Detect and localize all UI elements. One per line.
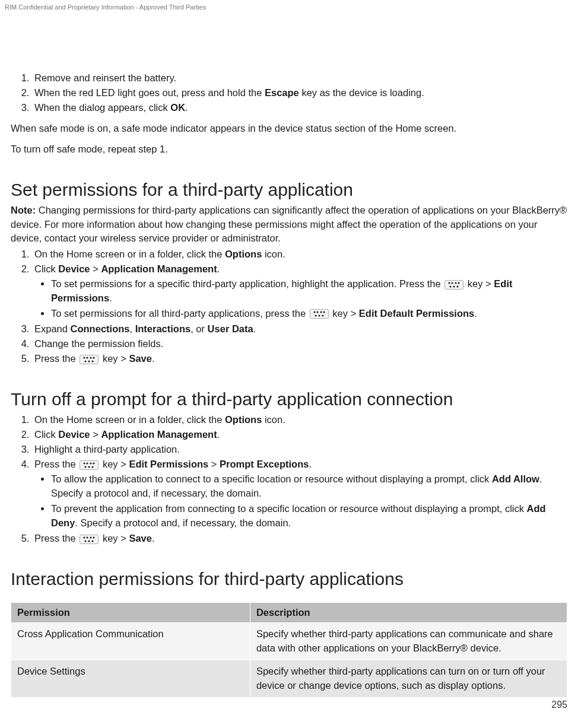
- step-text: .: [474, 308, 477, 319]
- step-text: On the Home screen or in a folder, click…: [34, 249, 225, 259]
- list-item: When the dialog appears, click OK.: [32, 101, 567, 115]
- list-item: Expand Connections, Interactions, or Use…: [32, 322, 567, 336]
- list-item: Press the key > Save.: [32, 532, 567, 545]
- svg-point-2: [455, 282, 457, 284]
- key-name: Escape: [265, 87, 299, 98]
- step-text: To prevent the application from connecti…: [51, 503, 527, 514]
- step-text: Click: [34, 263, 58, 274]
- step-text: key >: [100, 353, 129, 364]
- menu-item: Device: [58, 263, 90, 274]
- svg-point-32: [85, 540, 87, 542]
- svg-point-34: [92, 540, 94, 542]
- step-text: .: [253, 323, 256, 334]
- sep: ,: [129, 323, 135, 334]
- set-permissions-steps: On the Home screen or in a folder, click…: [11, 247, 567, 365]
- menu-item: Edit Permissions: [129, 459, 208, 469]
- step-text: key >: [465, 278, 494, 289]
- section-heading-interaction-permissions: Interaction permissions for third-party …: [11, 569, 567, 589]
- button-label: OK: [170, 102, 185, 113]
- svg-point-11: [315, 315, 316, 317]
- step-text: .: [152, 353, 155, 364]
- svg-point-13: [322, 315, 323, 317]
- svg-point-6: [457, 285, 459, 287]
- turn-off-prompt-steps: On the Home screen or in a folder, click…: [11, 413, 567, 545]
- section-heading-turn-off-prompt: Turn off a prompt for a third-party appl…: [11, 389, 567, 409]
- menu-item: Add Allow: [492, 473, 539, 484]
- menu-item: Prompt Exceptions: [220, 459, 309, 469]
- step-text: .: [217, 263, 220, 274]
- step-text: key >: [330, 308, 359, 319]
- section-heading-set-permissions: Set permissions for a third-party applic…: [11, 180, 567, 200]
- list-item: Highlight a third-party application.: [32, 443, 567, 456]
- svg-point-4: [450, 285, 452, 287]
- svg-point-30: [90, 536, 92, 538]
- step-text: Click: [34, 429, 58, 440]
- sep: >: [208, 459, 220, 469]
- permissions-table: Permission Description Cross Application…: [11, 602, 567, 698]
- step-text: icon.: [262, 249, 285, 259]
- note-block: Note: Changing permissions for third-par…: [11, 204, 567, 244]
- svg-point-10: [323, 311, 325, 313]
- step-text: To allow the application to connect to a…: [51, 473, 492, 484]
- svg-point-26: [88, 466, 90, 468]
- step-text: key >: [100, 459, 129, 469]
- permission-description: Specify whether third-party applications…: [250, 623, 567, 660]
- svg-point-14: [84, 357, 85, 358]
- icon-name: Options: [225, 414, 262, 425]
- step-text: Press the: [34, 353, 78, 364]
- step-text: icon.: [262, 414, 285, 425]
- menu-item: Save: [129, 353, 152, 364]
- list-item: To allow the application to connect to a…: [51, 472, 567, 501]
- step-text: To set permissions for all third-party a…: [51, 308, 309, 319]
- sublist: To set permissions for a specific third-…: [34, 277, 567, 321]
- step-text: .: [309, 459, 312, 469]
- table-row: Device Settings Specify whether third-pa…: [11, 660, 567, 697]
- svg-point-28: [84, 536, 85, 538]
- svg-point-31: [93, 536, 95, 538]
- safe-mode-steps: Remove and reinsert the battery. When th…: [11, 71, 567, 115]
- list-item: Press the key > Edit Permissions > Promp…: [32, 457, 567, 530]
- step-text: Change the permission fields.: [34, 338, 163, 349]
- step-text: .: [109, 293, 112, 303]
- step-text: .: [217, 429, 220, 440]
- menu-key-icon: [444, 280, 463, 290]
- menu-item: Edit Default Permissions: [359, 308, 474, 319]
- confidential-header: RIM Confidential and Proprietary Informa…: [5, 4, 206, 11]
- list-item: On the Home screen or in a folder, click…: [32, 247, 567, 261]
- sep: >: [90, 429, 101, 440]
- category-name: User Data: [208, 323, 253, 334]
- step-text: Press the: [34, 533, 78, 543]
- table-row: Cross Application Communication Specify …: [11, 623, 567, 660]
- step-text: Remove and reinsert the battery.: [34, 72, 176, 83]
- svg-point-12: [318, 315, 320, 317]
- category-name: Connections: [71, 323, 130, 334]
- list-item: Change the permission fields.: [32, 337, 567, 351]
- list-item: Remove and reinsert the battery.: [32, 71, 567, 85]
- menu-item: Save: [129, 533, 152, 543]
- permission-description: Specify whether third-party applications…: [250, 660, 567, 697]
- icon-name: Options: [225, 249, 262, 259]
- permission-name: Cross Application Communication: [11, 623, 250, 660]
- svg-point-8: [316, 311, 318, 313]
- list-item: When the red LED light goes out, press a…: [32, 86, 567, 100]
- safe-mode-indicator-note: When safe mode is on, a safe mode indica…: [11, 122, 567, 135]
- svg-point-0: [449, 282, 450, 284]
- step-text: key >: [100, 533, 129, 543]
- svg-point-33: [88, 540, 90, 542]
- step-text: .: [152, 533, 155, 543]
- svg-point-5: [453, 285, 455, 287]
- step-text: .: [185, 102, 188, 113]
- list-item: To set permissions for a specific third-…: [51, 277, 567, 306]
- svg-point-16: [90, 357, 92, 358]
- step-text: Expand: [34, 323, 71, 334]
- svg-point-22: [87, 462, 88, 464]
- step-text: key as the device is loading.: [299, 87, 424, 98]
- list-item: Press the key > Save.: [32, 352, 567, 365]
- svg-point-20: [92, 360, 94, 362]
- step-text: When the dialog appears, click: [34, 102, 170, 113]
- svg-point-3: [458, 282, 460, 284]
- note-label: Note:: [11, 205, 36, 215]
- step-text: Press the: [34, 459, 78, 469]
- menu-key-icon: [80, 535, 99, 544]
- svg-point-9: [320, 311, 322, 313]
